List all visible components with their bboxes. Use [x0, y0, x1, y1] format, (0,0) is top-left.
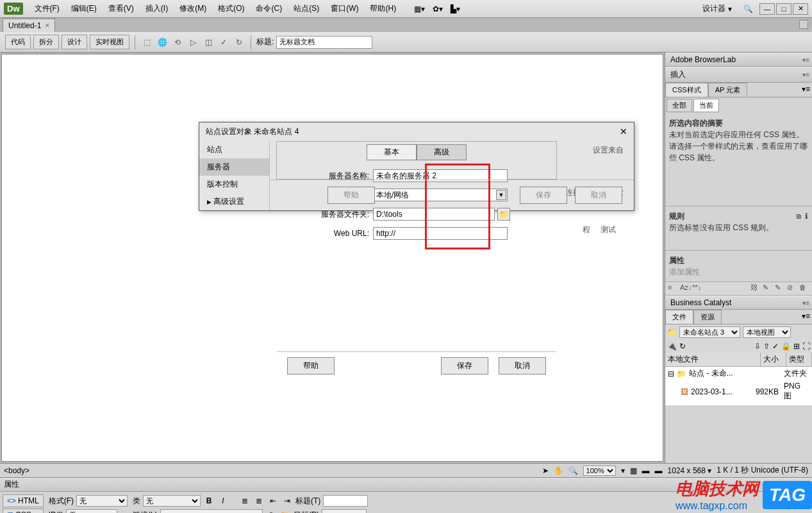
- css-tb-icon[interactable]: Aᴢ↓: [680, 283, 690, 294]
- menu-command[interactable]: 命令(C): [251, 1, 287, 16]
- help-button[interactable]: 帮助: [287, 357, 335, 374]
- menu-help[interactable]: 帮助(H): [365, 1, 401, 16]
- hand-icon[interactable]: ✋: [554, 466, 563, 475]
- layout-icon[interactable]: ▦▾: [414, 4, 425, 13]
- disable-icon[interactable]: ⊘: [787, 283, 797, 294]
- cancel-button-outer[interactable]: 取消: [575, 187, 622, 204]
- toolbar-icon-6[interactable]: ✓: [217, 36, 230, 49]
- collapse-icon[interactable]: ▾≡: [800, 83, 812, 97]
- col-size[interactable]: 大小: [761, 353, 786, 366]
- help-button-outer[interactable]: 帮助: [327, 187, 375, 204]
- toolbar-icon-7[interactable]: ↻: [233, 36, 245, 49]
- file-tree[interactable]: ⊟ 📁 站点 - 未命... 文件夹 🖼 2023-03-1... 992KB …: [665, 367, 812, 405]
- site-select[interactable]: 未命名站点 3: [679, 326, 740, 338]
- sidebar-advanced[interactable]: ▶高级设置: [199, 193, 269, 210]
- menu-site[interactable]: 站点(S): [288, 1, 324, 16]
- minimize-button[interactable]: —: [759, 3, 775, 15]
- menu-window[interactable]: 窗口(W): [326, 1, 363, 16]
- menu-insert[interactable]: 插入(I): [140, 1, 173, 16]
- split-view-button[interactable]: 拆分: [33, 35, 59, 49]
- tree-toggle-icon[interactable]: ⊟: [668, 369, 674, 378]
- css-all-tab[interactable]: 全部: [667, 99, 692, 112]
- browserlab-panel-header[interactable]: Adobe BrowserLab▾≡: [665, 53, 812, 67]
- menu-view[interactable]: 查看(V): [103, 1, 139, 16]
- col-name[interactable]: 本地文件: [665, 353, 761, 366]
- add-property-link[interactable]: 添加属性: [669, 267, 700, 276]
- view-icon[interactable]: ▬: [642, 466, 650, 475]
- refresh-icon[interactable]: ↻: [679, 342, 686, 351]
- document-title-input[interactable]: [276, 36, 372, 49]
- cancel-button[interactable]: 取消: [499, 357, 546, 374]
- view-icon[interactable]: ▬: [655, 466, 663, 475]
- class-select[interactable]: 无: [143, 495, 201, 507]
- col-type[interactable]: 类型: [786, 353, 812, 366]
- close-button[interactable]: ✕: [793, 3, 808, 15]
- view-select[interactable]: 本地视图: [743, 326, 791, 338]
- info-icon[interactable]: 🗈 ℹ: [795, 210, 808, 233]
- dialog-close-button[interactable]: ✕: [620, 126, 627, 137]
- toolbar-icon-5[interactable]: ◫: [202, 36, 215, 49]
- toolbar-icon-4[interactable]: ▷: [186, 36, 199, 49]
- format-select[interactable]: 无: [76, 495, 128, 507]
- css-current-tab[interactable]: 当前: [693, 99, 719, 112]
- connect-icon[interactable]: 🔌: [667, 342, 677, 351]
- bold-button[interactable]: B: [203, 495, 215, 507]
- menu-file[interactable]: 文件(F): [29, 1, 65, 16]
- outdent-button[interactable]: ⇤: [267, 495, 279, 507]
- link-icon[interactable]: ⛓: [750, 283, 761, 294]
- dimensions[interactable]: 1024 x 568 ▾: [668, 466, 712, 475]
- id-select[interactable]: 无: [66, 509, 117, 513]
- save-button-outer[interactable]: 保存: [520, 187, 567, 204]
- collapse-icon[interactable]: ▾≡: [802, 56, 809, 63]
- edit-icon[interactable]: ✎: [775, 283, 785, 294]
- document-tab[interactable]: Untitled-1 ×: [3, 19, 55, 32]
- ol-button[interactable]: ≣: [253, 495, 265, 507]
- code-view-button[interactable]: 代码: [5, 35, 31, 49]
- tabbar-menu-icon[interactable]: [799, 20, 808, 29]
- design-view-button[interactable]: 设计: [62, 35, 87, 49]
- target-select[interactable]: [322, 509, 367, 513]
- collapse-icon[interactable]: ▾≡: [800, 310, 812, 324]
- dialog-titlebar[interactable]: 站点设置对象 未命名站点 4 ✕: [199, 122, 634, 141]
- file-row-folder[interactable]: ⊟ 📁 站点 - 未命... 文件夹: [665, 367, 812, 380]
- toolbar-icon-1[interactable]: ⬚: [140, 36, 153, 49]
- checkout-icon[interactable]: ✓: [772, 342, 779, 351]
- business-catalyst-header[interactable]: Business Catalyst▾≡: [665, 296, 812, 310]
- save-button[interactable]: 保存: [441, 357, 488, 374]
- files-tab[interactable]: 文件: [665, 310, 693, 324]
- toolbar-icon-3[interactable]: ⟲: [171, 36, 184, 49]
- zoom-select[interactable]: 100%: [583, 466, 616, 476]
- live-view-button[interactable]: 实时视图: [90, 35, 129, 49]
- indent-button[interactable]: ⇥: [281, 495, 293, 507]
- sidebar-site[interactable]: 站点: [199, 141, 269, 158]
- tab-basic[interactable]: 基本: [367, 144, 417, 160]
- css-tb-icon[interactable]: **↓: [692, 283, 702, 294]
- file-row-item[interactable]: 🖼 2023-03-1... 992KB PNG 图: [665, 380, 812, 403]
- point-to-file-icon[interactable]: ⊕: [265, 509, 277, 513]
- expand-icon[interactable]: ⛶: [802, 342, 810, 351]
- sync-icon[interactable]: ⊞: [793, 342, 800, 351]
- ul-button[interactable]: ≣: [239, 495, 251, 507]
- html-mode-button[interactable]: <>HTML: [3, 494, 44, 507]
- menu-modify[interactable]: 修改(M): [174, 1, 211, 16]
- browse-icon[interactable]: 📁: [279, 509, 291, 513]
- get-icon[interactable]: ⇩: [754, 342, 761, 351]
- trash-icon[interactable]: 🗑: [799, 283, 809, 294]
- css-tb-icon[interactable]: ≡: [668, 283, 678, 294]
- ap-elements-tab[interactable]: AP 元素: [708, 83, 748, 97]
- zoom-icon[interactable]: 🔍: [568, 466, 578, 475]
- checkin-icon[interactable]: 🔒: [781, 342, 791, 351]
- css-mode-button[interactable]: ⊞CSS: [3, 509, 44, 513]
- sidebar-server[interactable]: 服务器: [199, 158, 269, 176]
- insert-panel-header[interactable]: 插入▾≡: [665, 67, 812, 83]
- put-icon[interactable]: ⇧: [763, 342, 770, 351]
- menu-format[interactable]: 格式(O): [213, 1, 249, 16]
- settings-icon[interactable]: ✿▾: [433, 4, 443, 13]
- new-icon[interactable]: ✎: [763, 283, 773, 294]
- tab-close-icon[interactable]: ×: [45, 21, 49, 30]
- maximize-button[interactable]: □: [776, 3, 791, 15]
- tab-advanced[interactable]: 高级: [417, 144, 467, 160]
- designer-dropdown[interactable]: 设计器 ▾: [697, 1, 737, 16]
- tag-selector[interactable]: <body>: [4, 466, 29, 475]
- assets-tab[interactable]: 资源: [693, 310, 722, 324]
